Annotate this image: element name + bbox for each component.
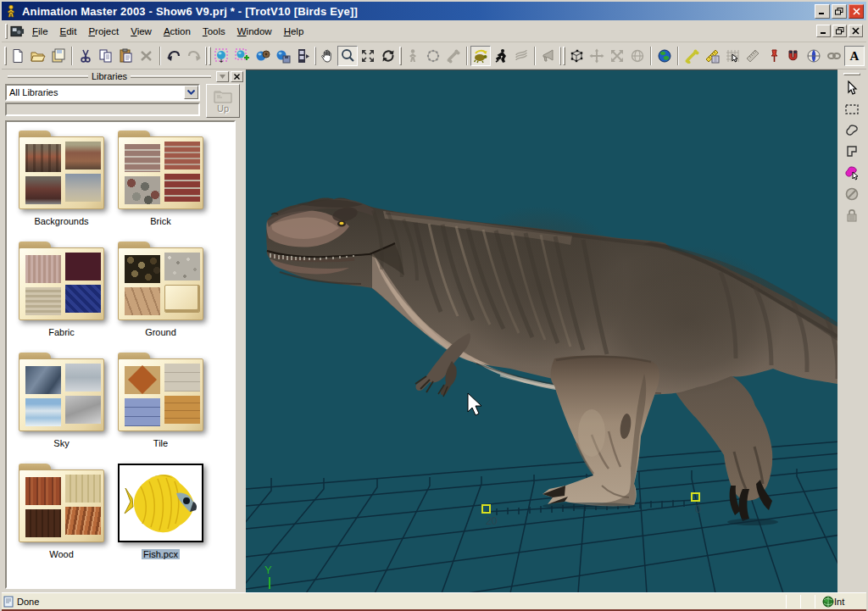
move-button[interactable] — [587, 46, 607, 66]
snap-magnet-button[interactable] — [783, 46, 804, 66]
panel-close-button[interactable] — [231, 71, 243, 82]
world-button[interactable] — [654, 46, 675, 66]
library-list: BackgroundsBrickFabricGroundSkyTileWoodF… — [5, 120, 236, 589]
grid-settings-button[interactable] — [702, 46, 722, 66]
ruler-button[interactable] — [743, 46, 763, 66]
up-button[interactable]: Up — [206, 84, 240, 118]
add-bone-button[interactable] — [682, 46, 702, 66]
select-rect-button[interactable] — [841, 98, 863, 119]
toolbar-gripper[interactable] — [209, 47, 211, 65]
panel-gripper[interactable] — [8, 75, 88, 78]
menubar-gripper[interactable] — [5, 24, 8, 39]
folder-icon[interactable] — [118, 131, 203, 209]
panel-menu-button[interactable] — [216, 71, 229, 82]
document-window-icon[interactable] — [10, 25, 25, 38]
folder-icon[interactable] — [19, 464, 104, 542]
new-model-button[interactable] — [232, 46, 253, 66]
delete-button[interactable] — [136, 46, 157, 66]
bones-mode-button[interactable] — [443, 46, 464, 66]
dynamics-mode-button[interactable] — [511, 46, 531, 66]
save-button[interactable] — [48, 46, 69, 66]
minimize-button[interactable] — [815, 4, 830, 19]
mdi-close-button[interactable] — [849, 25, 863, 37]
menu-help[interactable]: Help — [278, 24, 310, 39]
mdi-restore-button[interactable] — [832, 25, 847, 37]
folder-icon[interactable] — [19, 131, 104, 209]
redo-button[interactable] — [184, 46, 204, 66]
library-item-brick[interactable]: Brick — [111, 131, 210, 242]
select-group-button[interactable] — [841, 162, 863, 183]
menu-file[interactable]: File — [26, 24, 54, 39]
announce-button[interactable] — [538, 46, 559, 66]
restore-button[interactable] — [832, 4, 847, 19]
library-item-fabric[interactable]: Fabric — [12, 242, 111, 353]
filmstrip-button[interactable] — [293, 46, 314, 66]
paste-button[interactable] — [116, 46, 136, 66]
status-doc-icon — [3, 596, 14, 608]
folder-icon[interactable] — [19, 242, 104, 320]
side-toolbar-gripper[interactable] — [843, 73, 860, 75]
app-icon — [4, 4, 18, 18]
mdi-minimize-button[interactable] — [816, 25, 831, 37]
figure-mode-button[interactable] — [403, 46, 423, 66]
copy-button[interactable] — [96, 46, 116, 66]
menu-action[interactable]: Action — [158, 24, 197, 39]
toolbar-gripper[interactable] — [563, 47, 565, 65]
toolbar-gripper[interactable] — [205, 47, 208, 65]
image-thumbnail[interactable] — [118, 464, 203, 542]
zoom-fit-button[interactable] — [358, 46, 378, 66]
select-poly-button[interactable] — [841, 141, 863, 162]
select-arrow-button[interactable] — [841, 77, 863, 98]
folder-icon[interactable] — [118, 353, 203, 431]
open-button[interactable] — [28, 46, 48, 66]
toolbar-gripper[interactable] — [4, 47, 7, 65]
model-action-button[interactable] — [253, 46, 273, 66]
menubar: FileEditProjectViewActionToolsWindowHelp — [2, 20, 866, 42]
menu-view[interactable]: View — [125, 24, 158, 39]
save-model-button[interactable] — [273, 46, 293, 66]
library-item-label: Fish.pcx — [142, 549, 180, 559]
bound-select-button[interactable] — [566, 46, 587, 66]
rotoscope-button[interactable] — [804, 46, 824, 66]
toolbar-gripper[interactable] — [559, 47, 562, 65]
library-item-wood[interactable]: Wood — [12, 464, 111, 575]
turtle-mode-button[interactable] — [470, 46, 491, 66]
deselect-button[interactable] — [841, 183, 863, 204]
combo-dropdown-button[interactable] — [184, 86, 198, 99]
toolbar-gripper[interactable] — [314, 47, 317, 65]
modeling-mode-button[interactable] — [423, 46, 443, 66]
run-mode-button[interactable] — [491, 46, 511, 66]
library-item-sky[interactable]: Sky — [12, 353, 111, 464]
toolbar-gripper[interactable] — [399, 47, 402, 65]
folder-icon[interactable] — [19, 353, 104, 431]
folder-icon[interactable] — [118, 242, 203, 320]
rotate-globe-button[interactable] — [627, 46, 648, 66]
menu-window[interactable]: Window — [231, 24, 278, 39]
text-tool-button[interactable]: A — [844, 46, 865, 66]
link-button[interactable] — [824, 46, 844, 66]
library-filter-combo[interactable]: All Libraries — [5, 84, 200, 101]
library-item-tile[interactable]: Tile — [111, 353, 210, 464]
menu-tools[interactable]: Tools — [197, 24, 231, 39]
undo-button[interactable] — [164, 46, 184, 66]
new-button[interactable] — [8, 46, 28, 66]
pin-button[interactable] — [763, 46, 783, 66]
status-separator — [815, 595, 815, 608]
menu-project[interactable]: Project — [82, 24, 125, 39]
cut-button[interactable] — [75, 46, 96, 66]
zoom-button[interactable] — [337, 46, 358, 66]
pan-button[interactable] — [317, 46, 337, 66]
scale-button[interactable] — [607, 46, 627, 66]
select-lasso-button[interactable] — [841, 119, 863, 141]
close-button[interactable] — [849, 4, 864, 19]
library-item-backgrounds[interactable]: Backgrounds — [12, 131, 111, 242]
select-model-button[interactable] — [212, 46, 232, 66]
lock-button[interactable] — [841, 204, 863, 225]
viewport[interactable]: 20 0 Y — [246, 69, 837, 592]
library-item-ground[interactable]: Ground — [111, 242, 210, 353]
menu-edit[interactable]: Edit — [54, 24, 83, 39]
library-item-fish-pcx[interactable]: Fish.pcx — [111, 464, 210, 575]
refresh-button[interactable] — [378, 46, 398, 66]
panel-gripper2[interactable] — [131, 75, 211, 78]
snap-grid-button[interactable] — [722, 46, 743, 66]
